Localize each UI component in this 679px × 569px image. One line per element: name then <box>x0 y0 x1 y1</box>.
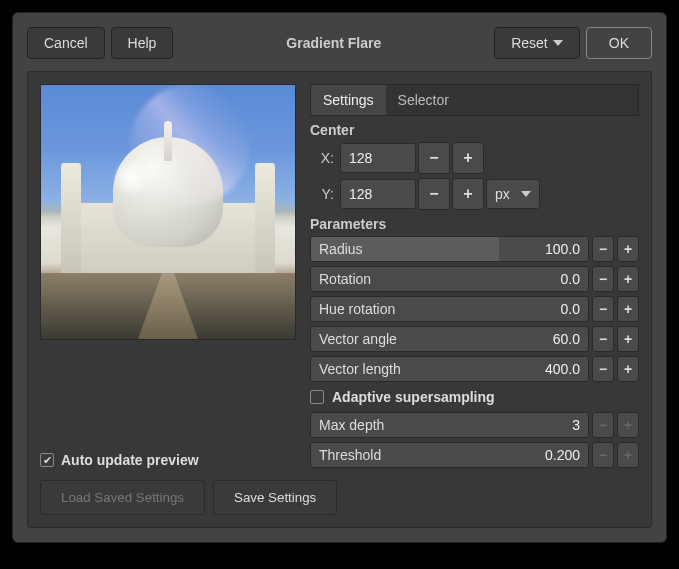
center-y-input[interactable]: 128 <box>340 179 416 209</box>
unit-select[interactable]: px <box>486 179 540 209</box>
rotation-increment[interactable]: + <box>617 266 639 292</box>
dialog-header: Cancel Help Gradient Flare Reset OK <box>27 27 652 59</box>
help-button[interactable]: Help <box>111 27 174 59</box>
rotation-decrement[interactable]: − <box>592 266 614 292</box>
supersampling-label: Adaptive supersampling <box>332 389 495 405</box>
section-parameters-label: Parameters <box>310 216 639 232</box>
save-settings-button[interactable]: Save Settings <box>213 480 337 515</box>
rotation-value: 0.0 <box>561 271 580 287</box>
center-y-decrement[interactable]: − <box>418 178 450 210</box>
threshold-increment: + <box>617 442 639 468</box>
param-row-vector-angle: Vector angle 60.0 − + <box>310 326 639 352</box>
dialog-content: Auto update preview Settings Selector Ce… <box>27 71 652 528</box>
hue-rotation-decrement[interactable]: − <box>592 296 614 322</box>
cancel-button[interactable]: Cancel <box>27 27 105 59</box>
radius-value: 100.0 <box>545 241 580 257</box>
radius-decrement[interactable]: − <box>592 236 614 262</box>
vector-angle-decrement[interactable]: − <box>592 326 614 352</box>
threshold-label: Threshold <box>319 447 545 463</box>
radius-increment[interactable]: + <box>617 236 639 262</box>
vector-angle-slider[interactable]: Vector angle 60.0 <box>310 326 589 352</box>
section-center-label: Center <box>310 122 639 138</box>
center-x-input[interactable]: 128 <box>340 143 416 173</box>
max-depth-label: Max depth <box>319 417 572 433</box>
supersampling-checkbox[interactable] <box>310 390 324 404</box>
auto-update-checkbox[interactable] <box>40 453 54 467</box>
vector-angle-label: Vector angle <box>319 331 553 347</box>
supersampling-row: Adaptive supersampling <box>310 386 639 408</box>
threshold-decrement: − <box>592 442 614 468</box>
center-y-increment[interactable]: + <box>452 178 484 210</box>
max-depth-slider[interactable]: Max depth 3 <box>310 412 589 438</box>
max-depth-increment: + <box>617 412 639 438</box>
param-row-hue: Hue rotation 0.0 − + <box>310 296 639 322</box>
threshold-slider[interactable]: Threshold 0.200 <box>310 442 589 468</box>
vector-length-increment[interactable]: + <box>617 356 639 382</box>
center-x-row: X: 128 − + <box>310 142 639 174</box>
auto-update-row: Auto update preview <box>40 364 296 468</box>
param-row-vector-length: Vector length 400.0 − + <box>310 356 639 382</box>
content-top-row: Auto update preview Settings Selector Ce… <box>40 84 639 468</box>
preview-column: Auto update preview <box>40 84 296 468</box>
hue-rotation-label: Hue rotation <box>319 301 561 317</box>
param-row-rotation: Rotation 0.0 − + <box>310 266 639 292</box>
dialog-title: Gradient Flare <box>179 35 488 51</box>
unit-value: px <box>495 186 510 202</box>
chevron-down-icon <box>553 40 563 46</box>
center-x-label: X: <box>310 150 338 166</box>
preview-image[interactable] <box>40 84 296 340</box>
hue-rotation-value: 0.0 <box>561 301 580 317</box>
vector-angle-value: 60.0 <box>553 331 580 347</box>
hue-rotation-increment[interactable]: + <box>617 296 639 322</box>
load-settings-button[interactable]: Load Saved Settings <box>40 480 205 515</box>
tab-selector[interactable]: Selector <box>386 85 461 115</box>
vector-length-slider[interactable]: Vector length 400.0 <box>310 356 589 382</box>
footer-row: Load Saved Settings Save Settings <box>40 480 639 515</box>
radius-slider[interactable]: Radius 100.0 <box>310 236 589 262</box>
vector-length-value: 400.0 <box>545 361 580 377</box>
reset-button[interactable]: Reset <box>494 27 580 59</box>
threshold-value: 0.200 <box>545 447 580 463</box>
center-y-row: Y: 128 − + px <box>310 178 639 210</box>
tab-settings[interactable]: Settings <box>311 85 386 115</box>
rotation-label: Rotation <box>319 271 561 287</box>
settings-column: Settings Selector Center X: 128 − + Y: 1… <box>310 84 639 468</box>
param-row-threshold: Threshold 0.200 − + <box>310 442 639 468</box>
param-row-max-depth: Max depth 3 − + <box>310 412 639 438</box>
max-depth-value: 3 <box>572 417 580 433</box>
vector-angle-increment[interactable]: + <box>617 326 639 352</box>
dialog-gradient-flare: Cancel Help Gradient Flare Reset OK <box>12 12 667 543</box>
ok-button[interactable]: OK <box>586 27 652 59</box>
param-row-radius: Radius 100.0 − + <box>310 236 639 262</box>
center-x-increment[interactable]: + <box>452 142 484 174</box>
center-x-decrement[interactable]: − <box>418 142 450 174</box>
tabs: Settings Selector <box>310 84 639 116</box>
hue-rotation-slider[interactable]: Hue rotation 0.0 <box>310 296 589 322</box>
chevron-down-icon <box>521 191 531 197</box>
radius-label: Radius <box>319 241 545 257</box>
center-y-label: Y: <box>310 186 338 202</box>
vector-length-decrement[interactable]: − <box>592 356 614 382</box>
vector-length-label: Vector length <box>319 361 545 377</box>
reset-label: Reset <box>511 35 548 51</box>
rotation-slider[interactable]: Rotation 0.0 <box>310 266 589 292</box>
auto-update-label: Auto update preview <box>61 452 199 468</box>
max-depth-decrement: − <box>592 412 614 438</box>
